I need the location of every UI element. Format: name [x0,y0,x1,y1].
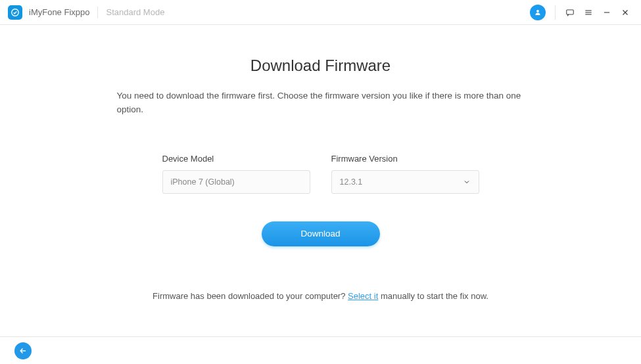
svg-point-1 [536,10,539,12]
select-it-link[interactable]: Select it [348,291,378,301]
hint-prefix: Firmware has been downloaded to your com… [153,291,348,301]
fields-row: Device Model Firmware Version 12.3.1 [26,154,615,194]
titlebar-divider [555,5,556,20]
arrow-left-icon [18,346,28,355]
user-icon[interactable] [530,5,546,20]
app-logo-icon [8,5,22,20]
titlebar: iMyFone Fixppo Standard Mode [0,0,641,25]
device-model-field: Device Model [162,154,310,194]
device-model-input[interactable] [162,170,310,194]
feedback-icon[interactable] [561,3,579,22]
manual-select-hint: Firmware has been downloaded to your com… [26,291,615,301]
firmware-version-select[interactable]: 12.3.1 [331,170,479,194]
footer-bar [0,336,641,364]
back-button[interactable] [14,342,32,359]
instructions-text: You need to download the firmware first.… [117,89,525,117]
mode-label: Standard Mode [97,7,164,18]
device-model-label: Device Model [162,154,310,164]
firmware-version-label: Firmware Version [331,154,479,164]
svg-rect-2 [567,9,574,14]
main-content: Download Firmware You need to download t… [0,25,641,336]
firmware-version-field: Firmware Version 12.3.1 [331,154,479,194]
close-icon[interactable] [616,3,634,22]
app-name: iMyFone Fixppo [29,7,89,17]
minimize-icon[interactable] [598,3,616,22]
menu-icon[interactable] [579,3,598,22]
download-button[interactable]: Download [262,221,380,246]
chevron-down-icon [463,178,471,186]
page-title: Download Firmware [26,57,615,75]
firmware-version-value: 12.3.1 [340,177,363,187]
hint-suffix: manually to start the fix now. [378,291,488,301]
